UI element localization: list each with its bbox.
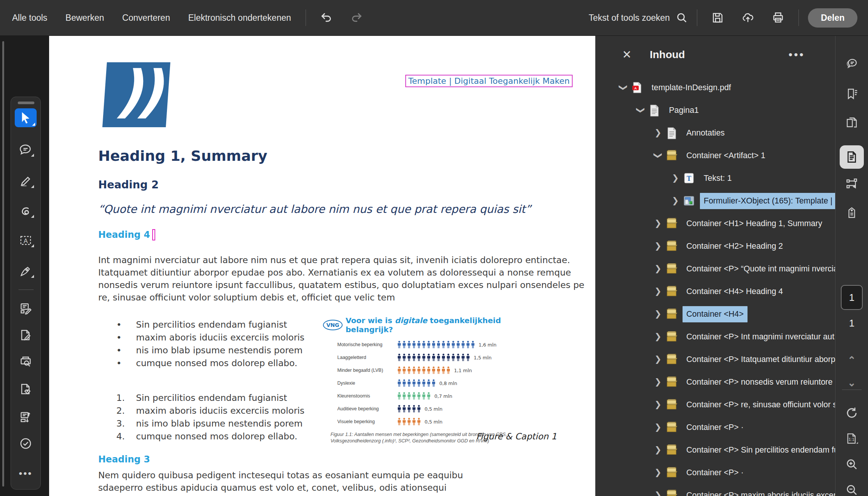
- left-rail: A•••: [0, 36, 49, 496]
- select-text-tool[interactable]: A: [16, 232, 36, 249]
- tree-row[interactable]: ❯TTekst: 1: [596, 167, 835, 189]
- pictogram-row: Kleurenstoornis0,7 mln: [337, 391, 519, 400]
- vng-logo: VNG: [323, 320, 343, 330]
- person-icons: [397, 418, 422, 425]
- chevron-right-icon[interactable]: ❯: [654, 445, 662, 455]
- tree-row[interactable]: ❯Container <P> Sin percilitios endendam …: [596, 439, 835, 461]
- page-up-icon[interactable]: ⌃: [843, 352, 860, 368]
- search-control[interactable]: Tekst of tools zoeken: [589, 10, 692, 25]
- bookmarks-panel-icon[interactable]: [843, 86, 860, 102]
- tree-row[interactable]: ❯Container <P> ·: [596, 416, 835, 439]
- chevron-down-icon[interactable]: ❯: [618, 83, 628, 92]
- chevron-right-icon[interactable]: ❯: [654, 128, 662, 138]
- menu-alle-tools[interactable]: Alle tools: [12, 13, 47, 23]
- edit-page-tool[interactable]: [16, 327, 36, 344]
- person-icons: [397, 392, 431, 400]
- chevron-right-icon[interactable]: ❯: [654, 400, 662, 410]
- chevron-right-icon[interactable]: ❯: [654, 377, 662, 387]
- pictogram-chart: Motorische beperking1,6 mlnLaaggeletterd…: [337, 340, 519, 426]
- panel-options-icon[interactable]: •••: [788, 48, 805, 61]
- cloud-upload-button[interactable]: [740, 10, 755, 25]
- undo-button[interactable]: [319, 10, 334, 25]
- close-icon[interactable]: ✕: [622, 49, 632, 60]
- content-panel-header: ✕ Inhoud •••: [596, 36, 835, 74]
- toolbar-drag-handle[interactable]: [18, 102, 34, 104]
- print-search-tool[interactable]: [16, 353, 36, 370]
- print-button[interactable]: [771, 10, 786, 25]
- fill-sign-tool[interactable]: [16, 263, 36, 279]
- chevron-right-icon[interactable]: ❯: [654, 264, 662, 274]
- reading-order-panel-icon[interactable]: [843, 176, 860, 192]
- svg-text:T: T: [687, 175, 691, 182]
- tree-row[interactable]: ❯Container <H4>: [596, 303, 835, 325]
- tree-row[interactable]: ❯Container <H4> Heading 4: [596, 280, 835, 303]
- pictogram-value: 1,1 mln: [454, 368, 472, 373]
- toolbar-divider: [798, 9, 799, 26]
- approve-tool[interactable]: [16, 435, 36, 452]
- menu-elektronisch-ondertekenen[interactable]: Elektronisch ondertekenen: [188, 13, 291, 23]
- menu-converteren[interactable]: Converteren: [122, 13, 170, 23]
- pictogram-category: Minder begaafd (LVB): [337, 368, 397, 373]
- tree-row[interactable]: ❯Container <H2> Heading 2: [596, 235, 835, 257]
- edit-document-tool[interactable]: [16, 300, 36, 317]
- chevron-right-icon[interactable]: ❯: [654, 241, 662, 251]
- chevron-right-icon[interactable]: ❯: [654, 422, 662, 432]
- zoom-in-icon[interactable]: [843, 456, 860, 473]
- chevron-right-icon[interactable]: ❯: [671, 196, 680, 206]
- chevron-down-icon[interactable]: ❯: [636, 106, 646, 114]
- tree-row[interactable]: ❯Container <P> “Quote int magnimi nverci…: [596, 257, 835, 280]
- chevron-right-icon[interactable]: ❯: [654, 490, 662, 496]
- chevron-right-icon[interactable]: ❯: [671, 173, 680, 183]
- more-tools[interactable]: •••: [16, 465, 36, 482]
- page-icon: [648, 104, 661, 117]
- page-thumbnails-panel-icon[interactable]: [843, 115, 860, 131]
- draw-tool[interactable]: [16, 203, 36, 219]
- tree-row[interactable]: ❯Annotaties: [596, 122, 835, 144]
- tree-row-label: Container <P> ·: [683, 465, 748, 481]
- document-tag-tool[interactable]: [16, 381, 36, 397]
- menu-bewerken[interactable]: Bewerken: [65, 13, 104, 23]
- tree-row[interactable]: ❯Container <P> ·: [596, 461, 835, 484]
- chevron-right-icon[interactable]: ❯: [654, 219, 662, 228]
- comments-panel-icon[interactable]: [843, 56, 860, 72]
- tree-row[interactable]: ❯Formulier-XObject (165): Template | Dig…: [596, 189, 835, 212]
- chevron-right-icon[interactable]: ❯: [654, 287, 662, 296]
- save-button[interactable]: [710, 10, 725, 25]
- tags-panel-icon[interactable]: [843, 205, 860, 221]
- page-icon: [665, 126, 678, 139]
- pictogram-row: Minder begaafd (LVB)1,1 mln: [337, 366, 519, 375]
- chevron-right-icon[interactable]: ❯: [654, 309, 662, 319]
- numbered-item-marker: 2.: [116, 404, 136, 417]
- bullet-item: •maxim aboris iduciis excerciis moloris: [116, 331, 328, 344]
- person-icons: [397, 405, 422, 413]
- share-button[interactable]: Delen: [808, 8, 857, 28]
- export-pages-tool[interactable]: [16, 409, 36, 425]
- chevron-right-icon[interactable]: ❯: [654, 354, 662, 364]
- add-comment-tool[interactable]: [16, 142, 36, 158]
- select-tool[interactable]: [15, 108, 37, 127]
- actual-size-icon[interactable]: 1:1: [843, 430, 860, 447]
- chevron-right-icon[interactable]: ❯: [654, 332, 662, 342]
- tree-row[interactable]: ❯Container <P> re, sinusae officiunt vol…: [596, 393, 835, 416]
- tree-row[interactable]: ❯Container <P> Int magnimi nverciatur au…: [596, 325, 835, 348]
- page-thumbnail[interactable]: 1: [841, 285, 863, 310]
- chevron-right-icon[interactable]: ❯: [654, 468, 662, 478]
- tree-row[interactable]: ❯Container <P> Itatquamet ditiuntiur abo…: [596, 348, 835, 371]
- zoom-out-icon[interactable]: [843, 482, 860, 496]
- content-panel-icon[interactable]: [840, 145, 864, 169]
- tree-row[interactable]: ❯Container <Artifact> 1: [596, 144, 835, 167]
- redo-button[interactable]: [349, 10, 364, 25]
- page-down-icon[interactable]: ⌄: [843, 374, 860, 391]
- toolbar-divider: [697, 9, 697, 26]
- content-tree: ❯Atemplate-InDesign.pdf❯Pagina1❯Annotati…: [596, 76, 835, 496]
- highlight-tool[interactable]: [16, 173, 36, 189]
- tree-row[interactable]: ❯Container <P> maxim aboris iduciis exce…: [596, 484, 835, 496]
- quick-tools-toolbar: A•••: [11, 97, 41, 490]
- tree-row[interactable]: ❯Container <P> nonsedis verum reiuntore …: [596, 371, 835, 393]
- tree-row[interactable]: ❯Atemplate-InDesign.pdf: [596, 76, 835, 99]
- chevron-down-icon[interactable]: ❯: [653, 151, 663, 160]
- tree-row[interactable]: ❯Pagina1: [596, 99, 835, 122]
- refresh-icon[interactable]: [843, 405, 860, 421]
- rail-divider: [842, 390, 862, 390]
- tree-row[interactable]: ❯Container <H1> Heading 1, Summary: [596, 212, 835, 235]
